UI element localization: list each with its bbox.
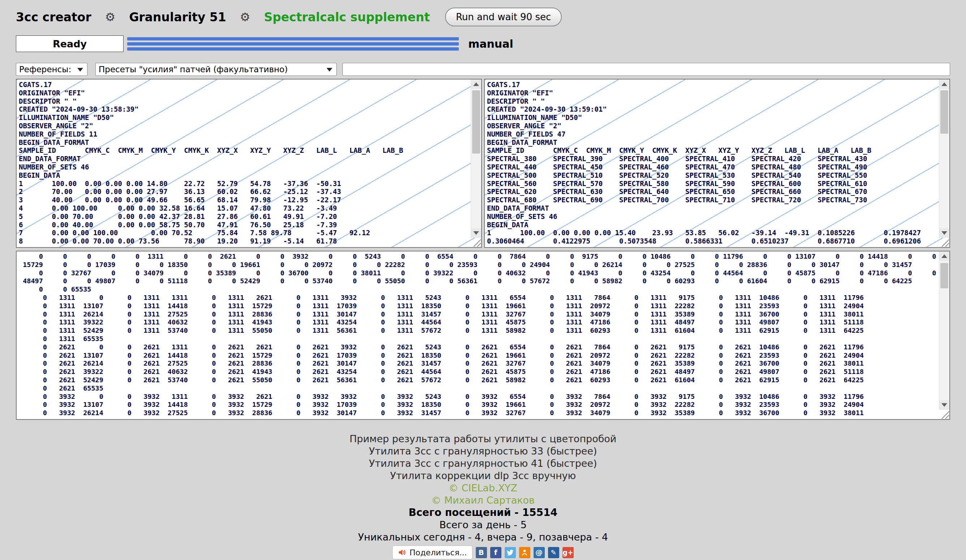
scroll-thumb[interactable] <box>940 90 948 134</box>
scroll-thumb[interactable] <box>472 90 480 154</box>
cgats-row: CGATS.17 ORIGINATOR "EFI" DESCRIPTOR " "… <box>16 79 950 248</box>
arrow-up-icon <box>941 82 947 86</box>
manual-label: manual <box>468 38 513 50</box>
scroll-up-button[interactable] <box>471 79 481 89</box>
arrow-down-icon <box>473 231 479 235</box>
presets-select-wrap: Пресеты "усилия" патчей (факультативно) <box>95 63 337 76</box>
app-title: 3cc creator <box>16 10 91 24</box>
arrow-down-icon <box>941 403 947 407</box>
references-select-wrap: Референсы: <box>16 63 87 76</box>
mailru-glyph: @ <box>536 549 542 556</box>
references-select[interactable]: Референсы: <box>16 63 87 76</box>
share-row: Поделиться... В f @ ✎ g+ <box>16 545 950 559</box>
share-button-label: Поделиться... <box>409 548 467 557</box>
scroll-up-button[interactable] <box>939 79 950 89</box>
scroll-up-button[interactable] <box>939 251 950 261</box>
scroll-down-button[interactable] <box>471 228 481 238</box>
footer: Пример результата работы утилиты с цвето… <box>16 433 950 544</box>
link-author[interactable]: © Михаил Сартаков <box>16 494 950 506</box>
params-input[interactable] <box>342 63 950 76</box>
mailru-icon[interactable]: @ <box>534 547 545 558</box>
reference-cgats-textarea[interactable]: CGATS.17 ORIGINATOR "EFI" DESCRIPTOR " "… <box>16 79 482 248</box>
scrollbar[interactable] <box>939 251 950 410</box>
resize-grip[interactable] <box>940 238 949 247</box>
livejournal-icon[interactable]: ✎ <box>548 547 559 558</box>
twitter-icon[interactable] <box>505 547 516 558</box>
facebook-icon[interactable]: f <box>490 547 501 558</box>
link-proof-example[interactable]: Пример результата работы утилиты с цвето… <box>16 433 950 445</box>
header-bar: 3cc creator ⚙ Granularity 51 ⚙ Spectralc… <box>16 0 950 27</box>
share-button[interactable]: Поделиться... <box>392 545 472 559</box>
arrow-up-icon <box>473 82 479 86</box>
status-row: Ready manual <box>16 35 950 52</box>
vk-icon[interactable]: В <box>476 547 487 558</box>
run-button[interactable]: Run and wait 90 sec <box>445 8 562 26</box>
odnoklassniki-person-icon <box>521 549 528 556</box>
resize-grip[interactable] <box>940 410 949 419</box>
scroll-down-button[interactable] <box>939 400 950 410</box>
gear-icon: ⚙ <box>240 11 250 23</box>
status-ready-box: Ready <box>16 35 123 52</box>
page: 3cc creator ⚙ Granularity 51 ⚙ Spectralc… <box>0 0 966 559</box>
arrow-down-icon <box>941 231 947 235</box>
link-cielab-xyz[interactable]: © CIELab.XYZ <box>16 482 950 494</box>
googleplus-icon[interactable]: g+ <box>562 547 574 558</box>
reference-cgats-content: CGATS.17 ORIGINATOR "EFI" DESCRIPTOR " "… <box>19 80 469 246</box>
link-3cc-33[interactable]: Утилита 3cc с гранулярностью 33 (быстрее… <box>16 445 950 457</box>
twitter-bird-icon <box>506 549 514 557</box>
arrow-up-icon <box>941 255 947 258</box>
presets-select[interactable]: Пресеты "усилия" патчей (факультативно) <box>95 63 337 76</box>
visits-unique: Уникальных сегодня - 4, вчера - 9, позав… <box>16 531 950 544</box>
controls-row: Референсы: Пресеты "усилия" патчей (факу… <box>16 63 950 76</box>
patch-grid-content: 0 0 0 0 0 1311 0 0 2621 0 0 3932 0 0 524… <box>19 253 937 418</box>
visits-day: Всего за день - 5 <box>16 519 950 531</box>
speaker-icon <box>398 548 406 557</box>
spectral-cgats-textarea[interactable]: CGATS.17 ORIGINATOR "EFI" DESCRIPTOR " "… <box>484 79 950 248</box>
googleplus-glyph: g+ <box>562 549 573 556</box>
facebook-glyph: f <box>494 549 498 556</box>
progress-stripes <box>127 36 459 51</box>
odnoklassniki-icon[interactable] <box>519 547 530 558</box>
spectral-cgats-content: CGATS.17 ORIGINATOR "EFI" DESCRIPTOR " "… <box>487 80 937 246</box>
link-dlp-correction[interactable]: Утилита коррекции dlp 3cc вручную <box>16 470 950 482</box>
link-3cc-41[interactable]: Утилита 3cc с гранулярностью 41 (быстрее… <box>16 457 950 470</box>
scroll-down-button[interactable] <box>939 228 950 238</box>
visits-total: Всего посещений - 15514 <box>16 506 950 519</box>
spectralcalc-title: Spectralcalc supplement <box>264 10 430 24</box>
scrollbar[interactable] <box>939 79 950 238</box>
resize-grip[interactable] <box>472 238 481 247</box>
granularity-title: Granularity 51 <box>129 10 226 24</box>
gear-icon: ⚙ <box>105 11 116 23</box>
vk-glyph: В <box>478 549 484 556</box>
scrollbar[interactable] <box>471 79 481 238</box>
patch-grid-textarea[interactable]: 0 0 0 0 0 1311 0 0 2621 0 0 3932 0 0 524… <box>16 251 950 420</box>
livejournal-glyph: ✎ <box>550 549 556 556</box>
scroll-thumb[interactable] <box>940 263 948 288</box>
